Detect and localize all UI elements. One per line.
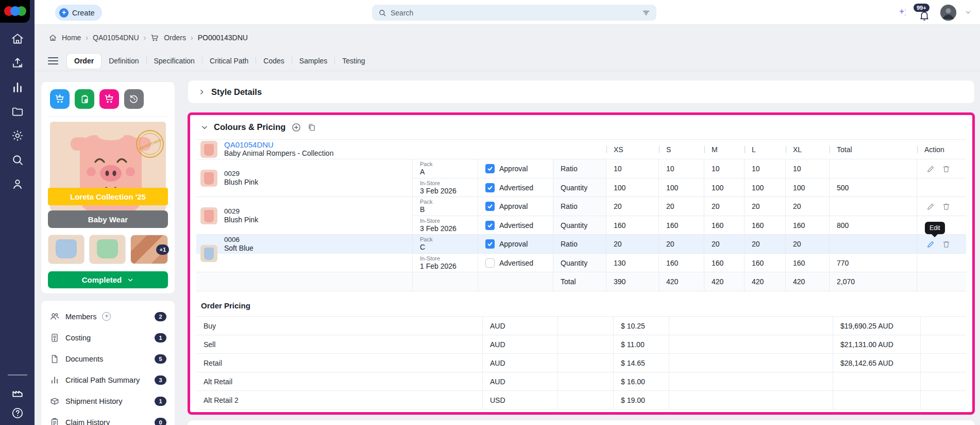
shipment-count-badge: 1 — [155, 397, 166, 406]
delete-icon[interactable] — [942, 202, 951, 211]
sidebar-item-members[interactable]: Members + 2 — [41, 306, 175, 327]
row-quantity-total: 800 — [830, 216, 917, 235]
advertised-stamp: Advertised — [136, 130, 164, 158]
tab-samples[interactable]: Samples — [292, 54, 334, 68]
ai-sparkle-icon[interactable] — [897, 7, 908, 18]
clipboard-add-button[interactable] — [75, 89, 94, 109]
edit-icon[interactable] — [926, 240, 935, 249]
tab-order[interactable]: Order — [66, 53, 102, 69]
cart-download-button[interactable] — [50, 89, 70, 109]
factory-icon[interactable] — [11, 386, 24, 399]
analytics-icon[interactable] — [11, 80, 24, 94]
notifications-bell[interactable]: 99+ — [917, 4, 932, 21]
style-summary: QA01054DNU Baby Animal Rompers - Collect… — [196, 140, 606, 159]
menu-icon[interactable] — [48, 57, 58, 64]
app-logo[interactable] — [0, 0, 30, 23]
breadcrumb-separator: › — [144, 34, 146, 42]
sidebar-item-critical-path-summary[interactable]: Critical Path Summary 3 — [41, 369, 175, 390]
edit-tooltip: Edit — [925, 222, 945, 234]
category-banner: Baby Wear — [48, 210, 168, 228]
filter-icon[interactable] — [642, 9, 650, 17]
thumbnail-soft-blue[interactable] — [48, 235, 85, 264]
sidebar-item-costing[interactable]: Costing 1 — [41, 327, 175, 348]
collection-banner: Loreta Collection '25 — [48, 188, 168, 205]
top-bar: + Create 99+ — [35, 0, 980, 25]
colour-thumbnail — [200, 245, 217, 262]
order-pricing-title: Order Pricing — [196, 291, 966, 316]
style-name: Baby Animal Rompers - Collection — [224, 149, 333, 158]
thumbnail-soft-green[interactable] — [89, 235, 126, 264]
breadcrumb-separator: › — [86, 34, 88, 42]
sidebar-item-claim-history[interactable]: Claim History 0 — [41, 412, 175, 425]
claim-count-badge: 0 — [155, 418, 166, 425]
search-input[interactable] — [391, 9, 638, 17]
breadcrumb-orders[interactable]: Orders — [164, 34, 186, 42]
add-member-icon[interactable]: + — [102, 312, 111, 321]
search-nav-icon[interactable] — [11, 153, 24, 167]
tab-critical-path[interactable]: Critical Path — [202, 54, 256, 68]
style-details-title: Style Details — [211, 87, 262, 97]
tab-specification[interactable]: Specification — [147, 54, 202, 68]
critical-path-icon — [49, 375, 60, 385]
delete-icon[interactable] — [942, 240, 951, 249]
tab-definition[interactable]: Definition — [102, 54, 146, 68]
upload-icon[interactable] — [11, 56, 24, 70]
tab-testing[interactable]: Testing — [335, 54, 372, 68]
breadcrumb-style[interactable]: QA01054DNU — [93, 34, 139, 42]
user-avatar[interactable] — [940, 5, 956, 21]
shipment-icon — [49, 396, 60, 406]
next-section-card — [188, 420, 975, 425]
advertised-checkbox[interactable] — [485, 183, 495, 192]
style-thumbnail — [200, 141, 217, 158]
sidebar-divider — [8, 374, 27, 375]
delete-icon[interactable] — [942, 165, 951, 173]
colour-thumbnail — [200, 170, 217, 187]
colour-thumbnail — [200, 207, 217, 224]
critical-path-count-badge: 3 — [155, 375, 166, 385]
style-details-section[interactable]: Style Details — [188, 80, 975, 104]
sidebar-item-shipment-history[interactable]: Shipment History 1 — [41, 390, 175, 412]
approval-checkbox[interactable] — [485, 164, 495, 173]
notifications-badge: 99+ — [914, 4, 930, 12]
costing-count-badge: 1 — [155, 333, 166, 342]
col-header-action: Action — [917, 140, 966, 159]
user-icon[interactable] — [11, 177, 24, 191]
chevron-down-icon[interactable] — [201, 124, 208, 131]
sidebar-item-documents[interactable]: Documents 5 — [41, 348, 175, 369]
breadcrumb: Home › QA01054DNU › Orders › PO000143DNU — [35, 25, 980, 51]
edit-icon[interactable] — [926, 165, 935, 173]
colour-row-blush-pink-a: 0029Blush Pink PackA Approval Ratio 10 1… — [196, 159, 966, 197]
tab-codes[interactable]: Codes — [256, 54, 291, 68]
plus-icon: + — [59, 8, 69, 18]
breadcrumb-home[interactable]: Home — [62, 34, 81, 42]
approval-checkbox[interactable] — [485, 202, 495, 211]
search-icon — [378, 9, 386, 17]
more-images-badge[interactable]: +1 — [156, 244, 169, 255]
documents-icon — [49, 354, 60, 364]
chevron-right-icon[interactable] — [198, 89, 205, 95]
settings-icon[interactable] — [11, 129, 24, 142]
advertised-checkbox[interactable] — [485, 221, 495, 230]
home-icon[interactable] — [11, 32, 24, 45]
members-icon — [49, 312, 60, 322]
approval-checkbox[interactable] — [485, 239, 495, 249]
totals-label: Total — [553, 272, 606, 291]
copy-icon[interactable] — [307, 123, 316, 132]
breadcrumb-separator: › — [191, 34, 193, 42]
col-header-xs: XS — [606, 140, 659, 159]
edit-icon[interactable] — [926, 202, 935, 211]
colours-pricing-table: QA01054DNU Baby Animal Rompers - Collect… — [196, 139, 966, 291]
cart-remove-button[interactable] — [99, 89, 119, 109]
add-colour-icon[interactable] — [291, 122, 301, 133]
advertised-checkbox[interactable] — [485, 258, 495, 268]
status-dropdown[interactable]: Completed — [48, 271, 168, 288]
account-chevron-icon[interactable] — [965, 9, 972, 16]
help-icon[interactable] — [11, 406, 24, 420]
col-header-s: S — [659, 140, 704, 159]
create-button[interactable]: + Create — [55, 5, 102, 21]
cart-breadcrumb-icon — [150, 34, 159, 42]
folder-icon[interactable] — [11, 105, 24, 118]
history-button[interactable] — [124, 89, 144, 109]
style-code-link[interactable]: QA01054DNU — [224, 141, 333, 149]
row-quantity-total: 500 — [830, 178, 917, 197]
